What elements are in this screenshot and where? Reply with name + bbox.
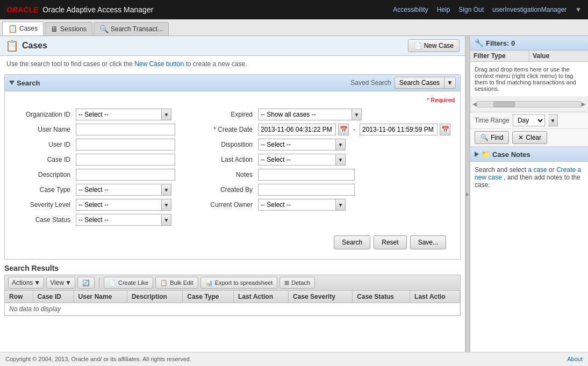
case-id-label: Case ID xyxy=(15,156,74,163)
last-action-label: Last Action xyxy=(197,156,256,163)
cases-tab-icon: 📋 xyxy=(8,24,17,33)
notes-row: Notes xyxy=(197,169,450,181)
tab-cases[interactable]: 📋 Cases xyxy=(2,21,44,35)
header-right: Accessibility Help Sign Out userInvestig… xyxy=(393,6,582,13)
signout-link[interactable]: Sign Out xyxy=(458,6,484,13)
export-button[interactable]: 📊 Export to spreadsheet xyxy=(200,277,278,289)
current-owner-label: Current Owner xyxy=(197,201,256,209)
accessibility-link[interactable]: Accessibility xyxy=(393,6,428,13)
export-icon: 📊 xyxy=(205,279,213,286)
current-owner-select[interactable]: -- Select -- xyxy=(258,199,336,211)
create-date-to-cal-btn[interactable]: 📅 xyxy=(440,124,450,135)
page-header: 📋 Cases 📄 New Case xyxy=(0,36,465,56)
org-id-select-group: -- Select -- ▼ xyxy=(76,109,171,120)
case-status-select[interactable]: -- Select -- xyxy=(76,214,162,226)
expired-select[interactable]: -- Show all cases -- xyxy=(258,109,352,120)
tab-bar: 📋 Cases 🖥 Sessions 🔍 Search Transact... xyxy=(0,19,588,36)
severity-level-select[interactable]: -- Select -- xyxy=(76,199,162,211)
detach-button[interactable]: ⊞ Detach xyxy=(279,277,315,289)
time-range-select[interactable]: Day Week Month Year xyxy=(513,114,545,126)
bulk-edit-label: Bulk Edit xyxy=(170,279,193,286)
disposition-dropdown-btn[interactable]: ▼ xyxy=(336,139,346,150)
actions-label: Actions xyxy=(12,279,33,286)
user-name-input[interactable] xyxy=(76,124,175,135)
current-owner-dropdown-btn[interactable]: ▼ xyxy=(336,199,346,211)
disposition-label: Disposition xyxy=(197,141,256,148)
severity-level-dropdown-btn[interactable]: ▼ xyxy=(162,199,171,211)
create-date-label: Create Date xyxy=(197,126,256,133)
user-name-label: User Name xyxy=(15,126,74,133)
create-like-button[interactable]: 📄 Create Like xyxy=(104,277,153,289)
new-case-button[interactable]: 📄 New Case xyxy=(408,39,460,52)
scroll-right-arrow[interactable]: ▶ xyxy=(582,101,586,107)
org-id-select[interactable]: -- Select -- xyxy=(76,109,162,120)
time-range-dropdown-btn[interactable]: ▼ xyxy=(548,114,558,126)
notes-label: Notes xyxy=(197,171,256,178)
notes-input[interactable] xyxy=(258,169,355,181)
results-table-header-row: Row Case ID User Name Description Case T… xyxy=(5,291,460,303)
expired-label: Expired xyxy=(197,111,256,118)
disposition-select[interactable]: -- Select -- xyxy=(258,139,336,150)
tab-sessions[interactable]: 🖥 Sessions xyxy=(45,22,92,35)
col-last-actio: Last Actio xyxy=(410,291,460,303)
saved-search-label: Saved Search xyxy=(350,79,391,87)
expired-dropdown-btn[interactable]: ▼ xyxy=(352,109,362,120)
search-cases-button[interactable]: Search Cases xyxy=(395,77,444,89)
clear-button[interactable]: ✕ Clear xyxy=(512,131,547,144)
user-id-label: User ID xyxy=(15,141,74,148)
search-collapse-icon[interactable] xyxy=(9,81,15,85)
search-form-grid: Organization ID -- Select -- ▼ User Name xyxy=(10,106,455,231)
sidebar-resize-handle[interactable] xyxy=(465,36,470,352)
clear-label: Clear xyxy=(526,134,541,141)
scroll-left-arrow[interactable]: ◀ xyxy=(472,101,477,107)
org-id-dropdown-btn[interactable]: ▼ xyxy=(162,109,171,120)
col-case-severity: Case Severity xyxy=(289,291,353,303)
view-chevron-icon: ▼ xyxy=(65,279,71,286)
created-by-label: Created By xyxy=(197,186,256,193)
create-date-from-input[interactable]: 2013-11-06 04:31:22 PM xyxy=(258,124,336,135)
case-status-dropdown-btn[interactable]: ▼ xyxy=(162,214,171,226)
page-title: Cases xyxy=(22,41,47,51)
required-note: * Required xyxy=(10,97,455,103)
scroll-bar-track[interactable] xyxy=(477,101,582,107)
refresh-button[interactable]: 🔄 xyxy=(77,277,95,289)
col-description: Description xyxy=(127,291,182,303)
save-button[interactable]: Save... xyxy=(410,235,446,249)
saved-search-area: Saved Search Search Cases ▼ xyxy=(350,77,456,89)
case-type-dropdown-btn[interactable]: ▼ xyxy=(162,184,171,196)
sessions-tab-label: Sessions xyxy=(60,25,87,33)
view-dropdown-btn[interactable]: View ▼ xyxy=(46,277,75,289)
no-data-cell: No data to display xyxy=(5,303,460,315)
create-date-to-input[interactable]: 2013-11-06 11:59:59 PM xyxy=(360,124,438,135)
create-date-from-cal-btn[interactable]: 📅 xyxy=(338,124,349,135)
about-link[interactable]: About xyxy=(567,356,583,362)
case-id-input[interactable] xyxy=(76,154,175,166)
search-transactions-tab-label: Search Transact... xyxy=(111,25,163,33)
user-id-input[interactable] xyxy=(76,139,175,150)
created-by-input[interactable] xyxy=(258,184,355,196)
search-button[interactable]: Search xyxy=(334,235,370,249)
help-link[interactable]: Help xyxy=(437,6,450,13)
col-row: Row xyxy=(5,291,33,303)
severity-level-select-group: -- Select -- ▼ xyxy=(76,199,171,211)
tab-search-transactions[interactable]: 🔍 Search Transact... xyxy=(94,22,169,35)
case-notes-panel: 📁 Case Notes Search and select a case or… xyxy=(470,147,588,352)
bulk-edit-button[interactable]: 📋 Bulk Edit xyxy=(155,277,198,289)
user-menu-icon[interactable]: ▼ xyxy=(575,6,582,13)
case-type-select[interactable]: -- Select -- xyxy=(76,184,162,196)
last-action-dropdown-btn[interactable]: ▼ xyxy=(336,154,346,166)
last-action-select[interactable]: -- Select -- xyxy=(258,154,336,166)
case-notes-collapse-icon[interactable] xyxy=(475,152,479,157)
reset-button[interactable]: Reset xyxy=(374,235,406,249)
filter-type-col-header: Filter Type xyxy=(470,51,529,61)
create-like-icon: 📄 xyxy=(109,279,116,286)
actions-dropdown-btn[interactable]: Actions ▼ xyxy=(8,277,44,289)
sessions-tab-icon: 🖥 xyxy=(51,25,58,33)
new-case-link[interactable]: New Case button xyxy=(134,60,184,68)
find-button[interactable]: 🔍 Find xyxy=(475,131,509,144)
search-cases-dropdown-btn[interactable]: ▼ xyxy=(444,77,456,89)
instruction-static2: to create a new case. xyxy=(186,60,247,68)
case-notes-select-link[interactable]: a case xyxy=(528,166,547,174)
scroll-bar-thumb[interactable] xyxy=(493,102,515,107)
description-input[interactable] xyxy=(76,169,175,181)
